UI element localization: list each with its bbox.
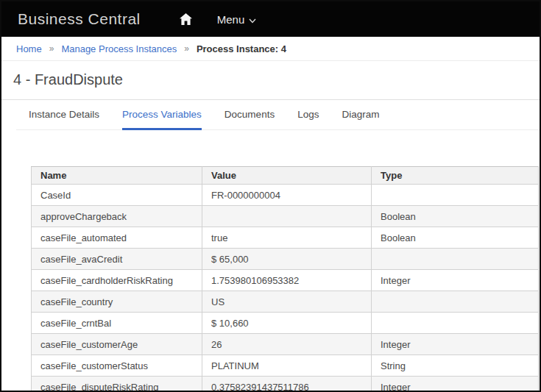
page-title: 4 - FraudDispute <box>13 71 525 88</box>
table-row: caseFile_cardholderRiskRating1.753980106… <box>32 270 539 291</box>
table-row: CaseIdFR-0000000004 <box>32 185 539 206</box>
table-cell <box>202 206 372 227</box>
table-cell: Boolean <box>372 206 539 227</box>
table-header-row: Name Value Type <box>32 167 539 185</box>
table-cell: caseFile_crntBal <box>32 313 202 334</box>
app-window: Business Central Menu Home » Manage Proc… <box>0 0 541 392</box>
table-cell: US <box>202 291 372 313</box>
breadcrumb-current-page: Process Instance: 4 <box>197 43 286 54</box>
table-row: caseFile_avaCredit$ 65,000 <box>32 249 539 270</box>
process-variables-panel: Name Value Type CaseIdFR-0000000004appro… <box>1 130 540 392</box>
table-cell: Boolean <box>372 227 539 249</box>
table-cell: Integer <box>372 334 539 355</box>
tab-diagram[interactable]: Diagram <box>342 100 379 130</box>
table-cell: CaseId <box>32 185 202 206</box>
table-cell: $ 65,000 <box>202 249 372 270</box>
breadcrumb-manage-process-instances-link[interactable]: Manage Process Instances <box>61 43 177 54</box>
table-cell <box>372 185 539 206</box>
table-cell: true <box>202 227 372 249</box>
title-block: 4 - FraudDispute <box>1 61 540 100</box>
tab-process-variables[interactable]: Process Variables <box>122 100 202 130</box>
table-row: caseFile_disputeRiskRating0.375823914375… <box>32 377 539 392</box>
table-cell: caseFile_customerStatus <box>32 355 202 377</box>
breadcrumb: Home » Manage Process Instances » Proces… <box>1 37 540 61</box>
table-cell: caseFile_customerAge <box>32 334 202 355</box>
tab-logs[interactable]: Logs <box>297 100 319 130</box>
column-header-name[interactable]: Name <box>32 167 202 185</box>
top-navbar: Business Central Menu <box>1 1 540 37</box>
home-button[interactable] <box>172 1 201 37</box>
table-cell: caseFile_avaCredit <box>32 249 202 270</box>
chevron-down-icon <box>249 13 256 26</box>
breadcrumb-separator-icon: » <box>184 43 189 54</box>
tab-documents[interactable]: Documents <box>224 100 275 130</box>
table-cell: 26 <box>202 334 372 355</box>
table-cell: 1.753980106953382 <box>202 270 372 291</box>
breadcrumb-separator-icon: » <box>49 43 54 54</box>
menu-label: Menu <box>217 13 245 26</box>
menu-dropdown[interactable]: Menu <box>217 13 257 26</box>
table-cell <box>372 291 539 313</box>
tabs-bar: Instance Details Process Variables Docum… <box>16 100 540 130</box>
table-row: caseFile_countryUS <box>32 291 539 313</box>
column-header-type[interactable]: Type <box>372 167 539 185</box>
brand-logo[interactable]: Business Central <box>18 10 141 28</box>
home-icon <box>180 13 192 25</box>
table-row: caseFile_crntBal$ 10,660 <box>32 313 539 334</box>
table-cell: $ 10,660 <box>202 313 372 334</box>
variables-table-body: CaseIdFR-0000000004approveChargebackBool… <box>32 185 539 392</box>
table-cell: Integer <box>372 377 539 392</box>
table-row: caseFile_customerStatusPLATINUMString <box>32 355 539 377</box>
table-cell: Integer <box>372 270 539 291</box>
process-variables-table: Name Value Type CaseIdFR-0000000004appro… <box>31 166 539 392</box>
table-cell: caseFile_country <box>32 291 202 313</box>
table-cell: caseFile_disputeRiskRating <box>32 377 202 392</box>
table-row: caseFile_customerAge26Integer <box>32 334 539 355</box>
table-cell: PLATINUM <box>202 355 372 377</box>
table-cell: 0.37582391437511786 <box>202 377 372 392</box>
table-cell <box>372 313 539 334</box>
table-cell <box>372 249 539 270</box>
breadcrumb-home-link[interactable]: Home <box>16 43 42 54</box>
table-cell: FR-0000000004 <box>202 185 372 206</box>
tab-instance-details[interactable]: Instance Details <box>29 100 99 130</box>
column-header-value[interactable]: Value <box>202 167 372 185</box>
table-row: approveChargebackBoolean <box>32 206 539 227</box>
table-cell: approveChargeback <box>32 206 202 227</box>
table-row: caseFile_automatedtrueBoolean <box>32 227 539 249</box>
table-cell: caseFile_automated <box>32 227 202 249</box>
table-cell: String <box>372 355 539 377</box>
table-cell: caseFile_cardholderRiskRating <box>32 270 202 291</box>
